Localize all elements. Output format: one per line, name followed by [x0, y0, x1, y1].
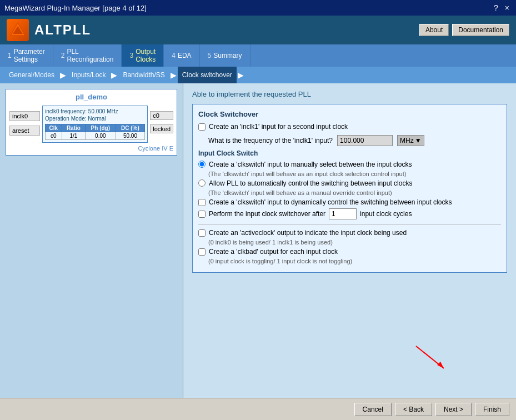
check3-label: Create an 'activeclock' output to indica…: [209, 229, 407, 237]
device-label: Cyclone IV E: [9, 145, 173, 152]
tab-output-clocks[interactable]: 3 OutputClocks: [122, 44, 164, 67]
radio1-input[interactable]: [198, 161, 206, 168]
check4-row: Create a 'clkbad' output for each input …: [198, 248, 501, 256]
tab-bar: 1 ParameterSettings 2 PLLReconfiguration…: [0, 44, 516, 67]
header-buttons: About Documentation: [419, 24, 509, 36]
help-button[interactable]: ?: [492, 3, 500, 12]
freq-row: What is the frequency of the 'inclk1' in…: [208, 135, 501, 146]
table-row: c0 1/1 0.00 50.00: [46, 132, 145, 140]
next-button[interactable]: Next >: [435, 403, 472, 416]
check3-row: Create an 'activeclock' output to indica…: [198, 229, 501, 237]
left-panel: pll_demo inclk0 areset inclk0 frequency:…: [0, 83, 183, 398]
row-dc: 50.00: [116, 132, 145, 140]
check1-checkbox[interactable]: [198, 199, 206, 206]
tab2-label: PLLReconfiguration: [67, 48, 113, 63]
crumb-clock-switchover[interactable]: Clock switchover: [178, 67, 237, 83]
col-ratio: Ratio: [62, 124, 85, 132]
inclk0-port: inclk0: [9, 111, 40, 121]
inclk1-checkbox[interactable]: [198, 123, 206, 131]
header: ALTPLL About Documentation: [0, 16, 516, 44]
freq-unit-text: MHz: [400, 137, 414, 144]
tab-summary[interactable]: 5 Summary: [200, 44, 251, 67]
check2-checkbox[interactable]: [198, 211, 206, 218]
crumb-inputs-lock[interactable]: Inputs/Lock: [67, 67, 110, 83]
tab4-num: 4: [172, 52, 176, 59]
radio2-input[interactable]: [198, 179, 206, 187]
finish-button[interactable]: Finish: [475, 403, 509, 416]
title-bar: MegaWizard Plug-In Manager [page 4 of 12…: [0, 0, 516, 16]
back-button[interactable]: < Back: [395, 403, 432, 416]
check2-label: Perform the input clock switchover after: [209, 210, 325, 218]
title-text: MegaWizard Plug-In Manager [page 4 of 12…: [4, 4, 147, 12]
tab3-num: 3: [129, 52, 133, 59]
inclk1-checkbox-row: Create an 'inclk1' input for a second in…: [198, 123, 501, 131]
info-line2: Operation Mode: Normal: [45, 116, 145, 122]
check3-desc: (0 inclk0 is being used/ 1 inclk1 is bei…: [208, 239, 501, 246]
col-dc: DC (%): [116, 124, 145, 132]
arrow3-icon: ▶: [171, 71, 177, 79]
arrow4-icon: ▶: [238, 71, 244, 79]
radio2-row: Allow PLL to automatically control the s…: [198, 179, 501, 187]
check3-checkbox[interactable]: [198, 229, 206, 237]
check4-desc: (0 input clock is toggling/ 1 input cloc…: [208, 258, 501, 264]
tab4-label: EDA: [178, 52, 192, 59]
tab-eda[interactable]: 4 EDA: [164, 44, 199, 67]
logo-area: ALTPLL: [7, 19, 91, 41]
close-button[interactable]: ×: [503, 3, 512, 12]
title-bar-right: ? ×: [492, 3, 512, 12]
arrow2-icon: ▶: [111, 71, 117, 79]
diagram-box: pll_demo inclk0 areset inclk0 frequency:…: [6, 89, 177, 156]
tab-parameter-settings[interactable]: 1 ParameterSettings: [0, 44, 53, 67]
check4-label: Create a 'clkbad' output for each input …: [209, 248, 338, 256]
tab5-num: 5: [208, 52, 212, 59]
radio1-desc: (The 'clkswitch' input will behave as an…: [208, 171, 501, 177]
right-panel: Able to implement the requested PLL Cloc…: [183, 83, 516, 398]
check1-label: Create a 'clkswitch' input to dynamicall…: [209, 198, 452, 206]
row-ph: 0.00: [85, 132, 116, 140]
tab-pll-reconfiguration[interactable]: 2 PLLReconfiguration: [53, 44, 122, 67]
check3-section: Create an 'activeclock' output to indica…: [198, 229, 501, 264]
col-clk: Clk: [46, 124, 62, 132]
freq-dropdown-icon[interactable]: ▼: [415, 137, 422, 144]
about-button[interactable]: About: [419, 24, 449, 36]
check4-checkbox[interactable]: [198, 248, 206, 256]
col-ph: Ph (dg): [85, 124, 116, 132]
cancel-button[interactable]: Cancel: [354, 403, 392, 416]
breadcrumb: General/Modes ▶ Inputs/Lock ▶ Bandwidth/…: [0, 67, 516, 83]
separator: [198, 224, 501, 224]
areset-port: areset: [9, 126, 40, 136]
row-ratio: 1/1: [62, 132, 85, 140]
inclk1-label: Create an 'inclk1' input for a second in…: [209, 123, 348, 131]
tab1-num: 1: [8, 52, 12, 59]
bottom-bar: Cancel < Back Next > Finish: [0, 398, 516, 420]
c0-port: c0: [150, 111, 173, 120]
logo-text: ALTPLL: [34, 22, 91, 38]
tab2-num: 2: [61, 52, 65, 59]
locked-port: locked: [150, 124, 173, 133]
radio1-label: Create a 'clkswitch' input to manually s…: [209, 161, 412, 168]
freq-unit: MHz ▼: [397, 135, 424, 146]
radio2-label: Allow PLL to automatically control the s…: [209, 179, 412, 187]
crumb-bandwidth-ss[interactable]: Bandwidth/SS: [118, 67, 169, 83]
radio1-row: Create a 'clkswitch' input to manually s…: [198, 161, 501, 168]
row-clk: c0: [46, 132, 62, 140]
clock-switchover-section: Clock Switchover Create an 'inclk1' inpu…: [192, 104, 507, 273]
radio2-desc: (The 'clkswitch' input will behave as a …: [208, 189, 501, 196]
check1-row: Create a 'clkswitch' input to dynamicall…: [198, 198, 501, 206]
input-clock-switch-title: Input Clock Switch: [198, 149, 501, 157]
main-content: pll_demo inclk0 areset inclk0 frequency:…: [0, 83, 516, 398]
freq-input[interactable]: [337, 135, 393, 146]
tab5-label: Summary: [213, 52, 242, 59]
clock-switchover-title: Clock Switchover: [198, 110, 501, 118]
cycles-input[interactable]: [329, 208, 357, 219]
info-line1: inclk0 frequency: 50.000 MHz: [45, 108, 145, 114]
clock-table: Clk Ratio Ph (dg) DC (%) c0 1/1 0.00: [45, 124, 145, 140]
cycles-unit: input clock cycles: [360, 210, 412, 218]
tab3-label: OutputClocks: [136, 48, 156, 63]
crumb-general-modes[interactable]: General/Modes: [4, 67, 59, 83]
check2-row: Perform the input clock switchover after…: [198, 208, 501, 219]
documentation-button[interactable]: Documentation: [452, 24, 509, 36]
title-bar-left: MegaWizard Plug-In Manager [page 4 of 12…: [4, 4, 147, 12]
tab1-label: ParameterSettings: [14, 48, 45, 63]
freq-label: What is the frequency of the 'inclk1' in…: [208, 137, 333, 144]
